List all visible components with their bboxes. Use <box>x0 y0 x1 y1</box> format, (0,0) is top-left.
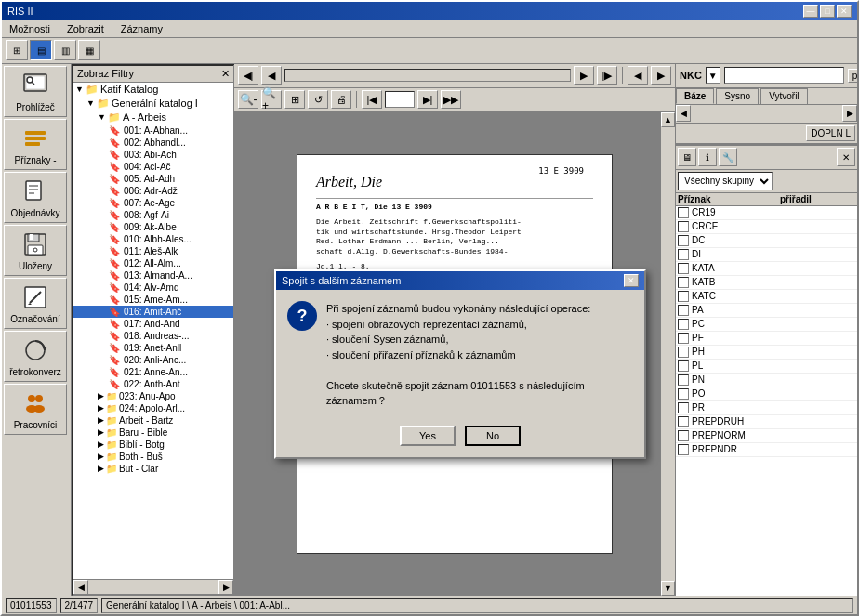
dialog-bullet1: · spojení obrazových reprezentací záznam… <box>326 317 633 333</box>
dialog-bullet3: · sloučení přiřazení příznaků k záznamům <box>326 347 633 363</box>
dialog-overlay: Spojit s dalším záznamem ✕ ? Při spojení… <box>0 0 859 616</box>
dialog-question: Chcete skutečně spojit záznam 01011553 s… <box>326 378 633 409</box>
dialog-text1: Při spojení záznamů budou vykonány násle… <box>326 301 633 317</box>
dialog-title: Spojit s dalším záznamem <box>282 275 401 286</box>
dialog-buttons: Yes No <box>276 420 644 457</box>
dialog-titlebar: Spojit s dalším záznamem ✕ <box>276 271 644 290</box>
dialog-question-icon: ? <box>287 301 317 331</box>
dialog-spojit: Spojit s dalším záznamem ✕ ? Při spojení… <box>274 269 646 459</box>
dialog-bullet2: · sloučení Sysen záznamů, <box>326 332 633 347</box>
dialog-body: ? Při spojení záznamů budou vykonány nás… <box>276 290 644 420</box>
dialog-text: Při spojení záznamů budou vykonány násle… <box>326 301 633 409</box>
dialog-close-btn[interactable]: ✕ <box>624 274 639 287</box>
dialog-yes-button[interactable]: Yes <box>400 426 456 446</box>
dialog-no-button[interactable]: No <box>465 426 521 446</box>
